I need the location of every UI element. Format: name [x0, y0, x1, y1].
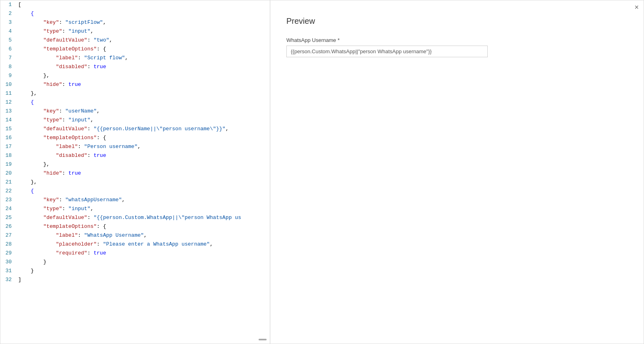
code-content: } [17, 258, 270, 267]
line-number: 31 [0, 267, 17, 275]
table-row: 19 }, [0, 160, 270, 169]
table-row: 5 "defaultValue": "two", [0, 36, 270, 45]
table-row: 23 "key": "whatsAppUsername", [0, 196, 270, 204]
line-number: 12 [0, 98, 17, 107]
line-number: 14 [0, 116, 17, 125]
code-content: "hide": true [17, 169, 270, 178]
code-panel[interactable]: 1[2 {3 "key": "scriptFlow",4 "type": "in… [0, 0, 270, 344]
table-row: 30 } [0, 258, 270, 267]
scroll-indicator [259, 339, 267, 340]
code-content: "label": "Script flow", [17, 54, 270, 63]
code-content: { [17, 98, 270, 107]
whatsapp-username-input[interactable] [286, 46, 488, 57]
table-row: 12 { [0, 98, 270, 107]
table-row: 16 "templateOptions": { [0, 133, 270, 142]
table-row: 18 "disabled": true [0, 151, 270, 160]
code-content: }, [17, 160, 270, 169]
line-number: 13 [0, 107, 17, 116]
main-container: 1[2 {3 "key": "scriptFlow",4 "type": "in… [0, 0, 644, 344]
line-number: 6 [0, 45, 17, 54]
code-content: "key": "scriptFlow", [17, 18, 270, 27]
code-content: "required": true [17, 249, 270, 258]
code-content: "templateOptions": { [17, 133, 270, 142]
table-row: 29 "required": true [0, 249, 270, 258]
field-label: WhatsApp Username * [286, 37, 627, 43]
line-number: 22 [0, 187, 17, 196]
line-number: 11 [0, 89, 17, 98]
code-content: } [17, 267, 270, 275]
line-number: 15 [0, 125, 17, 133]
table-row: 8 "disabled": true [0, 63, 270, 71]
table-row: 7 "label": "Script flow", [0, 54, 270, 63]
line-number: 4 [0, 27, 17, 36]
line-number: 30 [0, 258, 17, 267]
line-number: 21 [0, 178, 17, 187]
code-content: "templateOptions": { [17, 222, 270, 231]
line-number: 25 [0, 213, 17, 222]
table-row: 27 "label": "WhatsApp Username", [0, 231, 270, 240]
table-row: 25 "defaultValue": "{{person.Custom.What… [0, 213, 270, 222]
code-content: "type": "input", [17, 204, 270, 213]
line-number: 29 [0, 249, 17, 258]
line-number: 27 [0, 231, 17, 240]
table-row: 28 "placeholder": "Please enter a WhatsA… [0, 240, 270, 249]
table-row: 26 "templateOptions": { [0, 222, 270, 231]
table-row: 4 "type": "input", [0, 27, 270, 36]
line-number: 24 [0, 204, 17, 213]
table-row: 24 "type": "input", [0, 204, 270, 213]
code-content: "defaultValue": "{{person.Custom.WhatsAp… [17, 213, 270, 222]
table-row: 1[ [0, 0, 270, 9]
table-row: 31 } [0, 267, 270, 275]
table-row: 3 "key": "scriptFlow", [0, 18, 270, 27]
table-row: 6 "templateOptions": { [0, 45, 270, 54]
code-content: "key": "whatsAppUsername", [17, 196, 270, 204]
line-number: 16 [0, 133, 17, 142]
code-content: { [17, 9, 270, 18]
code-content: "key": "userName", [17, 107, 270, 116]
code-content: { [17, 187, 270, 196]
line-number: 10 [0, 80, 17, 89]
table-row: 9 }, [0, 71, 270, 80]
line-number: 17 [0, 142, 17, 151]
line-number: 32 [0, 275, 17, 284]
table-row: 22 { [0, 187, 270, 196]
code-content: "label": "WhatsApp Username", [17, 231, 270, 240]
table-row: 20 "hide": true [0, 169, 270, 178]
line-number: 28 [0, 240, 17, 249]
preview-panel: × Preview WhatsApp Username * [270, 0, 644, 344]
close-button[interactable]: × [634, 4, 639, 11]
line-number: 20 [0, 169, 17, 178]
table-row: 11 }, [0, 89, 270, 98]
line-number: 19 [0, 160, 17, 169]
table-row: 2 { [0, 9, 270, 18]
line-number: 5 [0, 36, 17, 45]
code-content: [ [17, 0, 270, 9]
line-number: 8 [0, 63, 17, 71]
code-content: "defaultValue": "{{person.UserName||\"pe… [17, 125, 270, 133]
code-content: "defaultValue": "two", [17, 36, 270, 45]
code-content: "disabled": true [17, 63, 270, 71]
line-number: 9 [0, 71, 17, 80]
code-content: ] [17, 275, 270, 284]
code-content: }, [17, 178, 270, 187]
line-number: 26 [0, 222, 17, 231]
code-content: }, [17, 71, 270, 80]
code-content: "hide": true [17, 80, 270, 89]
table-row: 17 "label": "Person username", [0, 142, 270, 151]
line-number: 7 [0, 54, 17, 63]
code-content: "templateOptions": { [17, 45, 270, 54]
line-number: 1 [0, 0, 17, 9]
line-number: 3 [0, 18, 17, 27]
code-content: "placeholder": "Please enter a WhatsApp … [17, 240, 270, 249]
line-number: 23 [0, 196, 17, 204]
code-content: }, [17, 89, 270, 98]
code-table: 1[2 {3 "key": "scriptFlow",4 "type": "in… [0, 0, 270, 284]
line-number: 2 [0, 9, 17, 18]
code-content: "disabled": true [17, 151, 270, 160]
table-row: 32] [0, 275, 270, 284]
table-row: 10 "hide": true [0, 80, 270, 89]
table-row: 13 "key": "userName", [0, 107, 270, 116]
table-row: 21 }, [0, 178, 270, 187]
table-row: 14 "type": "input", [0, 116, 270, 125]
code-content: "type": "input", [17, 27, 270, 36]
